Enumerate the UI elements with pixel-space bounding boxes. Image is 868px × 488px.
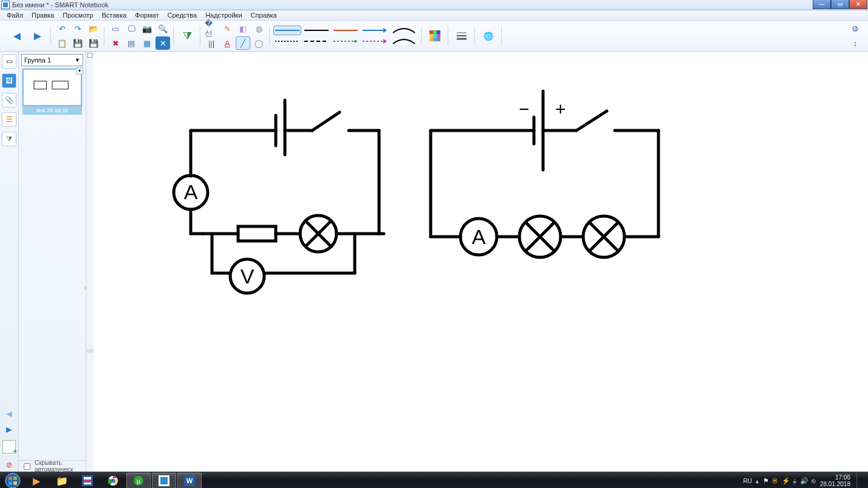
- svg-rect-12: [433, 30, 437, 34]
- page-up-button[interactable]: ◄: [4, 408, 14, 419]
- svg-rect-15: [433, 34, 437, 38]
- linestyle-dashed-black[interactable]: [302, 36, 330, 46]
- svg-rect-19: [437, 38, 440, 41]
- taskbar-word[interactable]: W: [177, 473, 202, 488]
- new-page-button[interactable]: ▭: [108, 22, 123, 35]
- svg-rect-82: [84, 483, 91, 484]
- tray-power-icon[interactable]: ⎋: [812, 477, 816, 484]
- tray-volume-icon[interactable]: 🔊: [800, 477, 808, 484]
- color-palette-button[interactable]: [425, 26, 445, 46]
- attachments-tab[interactable]: 📎: [2, 93, 16, 107]
- tray-shield-icon[interactable]: ⛨: [772, 477, 779, 484]
- linestyle-solid-black[interactable]: [302, 25, 330, 35]
- auto-hide-checkbox[interactable]: [24, 463, 30, 470]
- close-button[interactable]: ✕: [849, 0, 867, 9]
- linestyle-dashed-green[interactable]: [332, 36, 360, 46]
- tray-network-icon[interactable]: ⏚: [793, 477, 797, 484]
- next-page-button[interactable]: ►: [28, 26, 47, 46]
- tray-icons[interactable]: ⚑ ⛨ ⚡ ⏚ 🔊 ⎋: [762, 477, 816, 485]
- page-canvas[interactable]: A V: [94, 52, 868, 472]
- table-button[interactable]: ▦: [140, 36, 154, 50]
- taskbar-chrome[interactable]: [101, 473, 125, 488]
- screen-shade-button[interactable]: ▤: [124, 36, 138, 50]
- thumb-menu-button[interactable]: ▾: [76, 67, 83, 75]
- creative-pen-button[interactable]: ✎: [220, 22, 234, 35]
- screen-capture-button[interactable]: 🖵: [124, 22, 138, 35]
- linestyle-dotted-black[interactable]: [273, 36, 301, 46]
- addons-button[interactable]: ⧩: [177, 26, 197, 46]
- delete-button[interactable]: ✖: [108, 36, 123, 50]
- page-thumbnail-1[interactable]: ▾: [22, 69, 82, 106]
- menu-tools[interactable]: Средства: [163, 10, 201, 20]
- save-button[interactable]: 💾: [86, 36, 101, 50]
- start-button[interactable]: [2, 472, 23, 488]
- scroll-thumb[interactable]: [86, 349, 94, 353]
- minimize-button[interactable]: —: [813, 0, 831, 9]
- taskbar-app1[interactable]: [75, 473, 100, 488]
- fill-button[interactable]: ◍: [251, 22, 266, 35]
- tray-clock[interactable]: 17:06 28.01.2018: [820, 474, 850, 487]
- show-desktop-button[interactable]: [856, 472, 863, 488]
- menu-format[interactable]: Формат: [131, 10, 163, 20]
- system-tray: RU ▴ ⚑ ⛨ ⚡ ⏚ 🔊 ⎋ 17:06 28.01.2018: [743, 472, 866, 488]
- taskbar-smartnotebook[interactable]: [152, 473, 176, 488]
- app-icon: [1, 1, 10, 9]
- auto-hide-row: Скрывать автоматическ: [19, 460, 86, 472]
- menu-help[interactable]: Справка: [247, 10, 281, 20]
- taskbar-mediaplayer[interactable]: ▶: [24, 473, 49, 488]
- text-tool-button[interactable]: A: [220, 36, 234, 50]
- prev-page-button[interactable]: ◄: [7, 26, 27, 46]
- svg-line-58: [576, 111, 607, 130]
- undo-button[interactable]: ↶: [55, 22, 69, 35]
- move-toolbar-button[interactable]: ↕: [849, 37, 862, 49]
- linestyle-dashed-magenta[interactable]: [361, 36, 389, 46]
- tray-language[interactable]: RU: [743, 478, 752, 484]
- menu-file[interactable]: Файл: [2, 10, 27, 20]
- page-down-button[interactable]: ►: [4, 424, 14, 435]
- doc-camera-button[interactable]: 📷: [140, 22, 154, 35]
- addons-tab[interactable]: ⧩: [2, 132, 16, 146]
- maximize-button[interactable]: ▭: [831, 0, 849, 9]
- paste-button[interactable]: 📋: [55, 36, 69, 50]
- svg-rect-18: [433, 38, 437, 41]
- tray-flag-icon[interactable]: ⚑: [763, 477, 769, 484]
- internet-button[interactable]: 🌐: [479, 26, 498, 46]
- page-sorter-tab[interactable]: ▭: [2, 54, 16, 69]
- line-options-button[interactable]: [452, 26, 471, 46]
- auto-hide-label: Скрывать автоматическ: [35, 459, 83, 473]
- linestyle-arc-black2[interactable]: [390, 36, 418, 46]
- tray-chevron-icon[interactable]: ▴: [756, 478, 759, 484]
- gallery-tab[interactable]: 🖼: [2, 73, 16, 88]
- measurement-button[interactable]: ✕: [155, 36, 170, 50]
- linestyle-arrow-blue[interactable]: [361, 25, 389, 35]
- menu-bar: Файл Правка Просмотр Вставка Формат Сред…: [0, 10, 868, 21]
- line-tool-button[interactable]: ╱: [236, 36, 250, 50]
- menu-edit[interactable]: Правка: [27, 10, 58, 20]
- search-button[interactable]: 🔍: [155, 22, 170, 35]
- settings-button[interactable]: ⚙: [849, 22, 862, 35]
- redo-button[interactable]: ↷: [70, 22, 85, 35]
- close-panel-button[interactable]: ⊘: [2, 458, 16, 472]
- linestyle-solid-red[interactable]: [332, 25, 360, 35]
- eraser-button[interactable]: ◧: [236, 22, 250, 35]
- svg-rect-23: [34, 81, 47, 89]
- tray-bolt-icon[interactable]: ⚡: [782, 477, 790, 484]
- scroll-knob-icon: [87, 53, 92, 58]
- taskbar-explorer[interactable]: 📁: [50, 473, 74, 488]
- svg-rect-77: [9, 481, 12, 485]
- select-tool-button[interactable]: �선: [204, 22, 219, 35]
- properties-tab[interactable]: ☰: [2, 112, 16, 127]
- save-file-button[interactable]: 💾: [70, 36, 85, 50]
- linestyle-solid-blue[interactable]: [273, 25, 301, 35]
- menu-view[interactable]: Просмотр: [58, 10, 97, 20]
- group-dropdown[interactable]: Группа 1 ▼: [21, 54, 83, 66]
- open-button[interactable]: 📂: [86, 22, 101, 35]
- add-page-button[interactable]: [2, 440, 16, 453]
- shape-eraser-button[interactable]: ◯: [251, 36, 266, 50]
- svg-line-30: [312, 112, 340, 130]
- linestyle-arc-black[interactable]: [390, 25, 418, 35]
- taskbar-utorrent[interactable]: µ: [126, 473, 151, 488]
- menu-insert[interactable]: Вставка: [97, 10, 131, 20]
- title-bar: Без имени * - SMART Notebook — ▭ ✕: [0, 0, 868, 10]
- pens-button[interactable]: |||: [204, 36, 219, 50]
